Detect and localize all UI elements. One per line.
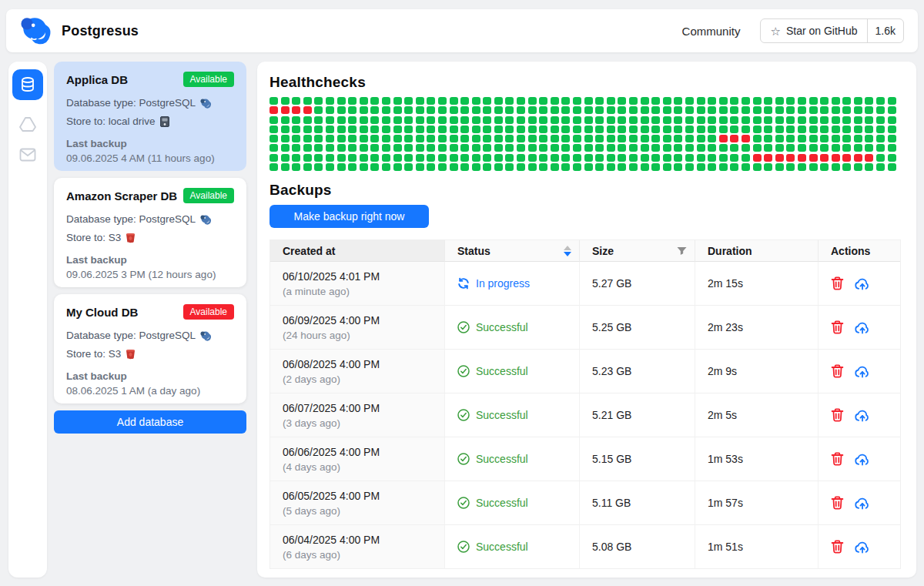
main-panel: Healthchecks Backups Make backup right n… <box>257 62 916 578</box>
healthcheck-cell-ok <box>281 154 290 162</box>
github-star-count[interactable]: 1.6k <box>867 19 903 42</box>
make-backup-button[interactable]: Make backup right now <box>270 205 429 228</box>
healthcheck-cell-ok <box>865 116 873 124</box>
restore-backup-button[interactable] <box>855 541 870 554</box>
healthcheck-cell-ok <box>730 116 738 124</box>
delete-backup-button[interactable] <box>831 540 844 554</box>
healthcheck-cell-ok <box>651 144 660 152</box>
delete-backup-button[interactable] <box>831 452 844 466</box>
healthcheck-cell-ok <box>326 106 334 114</box>
backup-size: 5.11 GB <box>592 497 631 509</box>
database-card[interactable]: My Cloud DBAvailableDatabase type: Postg… <box>54 294 246 404</box>
add-database-button[interactable]: Add database <box>54 410 246 434</box>
database-card[interactable]: Amazon Scraper DBAvailableDatabase type:… <box>54 178 246 287</box>
restore-backup-button[interactable] <box>855 497 870 510</box>
community-link[interactable]: Community <box>682 25 741 38</box>
healthcheck-cell-ok <box>348 144 357 152</box>
col-size[interactable]: Size <box>580 240 695 262</box>
restore-backup-button[interactable] <box>855 453 870 466</box>
healthcheck-cell-failed <box>854 154 862 162</box>
status-label: Successful <box>476 453 528 465</box>
restore-backup-button[interactable] <box>855 409 870 422</box>
col-duration[interactable]: Duration <box>695 240 819 262</box>
restore-backup-button[interactable] <box>855 277 870 290</box>
healthcheck-cell-failed <box>303 106 312 114</box>
database-icon <box>19 76 36 93</box>
healthcheck-cell-ok <box>314 116 323 124</box>
app-header: Postgresus Community ☆ Star on GitHub 1.… <box>6 9 918 52</box>
healthcheck-cell-ok <box>393 154 402 162</box>
healthcheck-cell-ok <box>753 106 762 114</box>
healthcheck-cell-ok <box>539 163 547 171</box>
healthcheck-cell-ok <box>393 106 402 114</box>
delete-backup-button[interactable] <box>831 364 844 378</box>
healthcheck-cell-ok <box>281 126 290 133</box>
database-card-title: My Cloud DB <box>66 306 138 319</box>
healthcheck-cell-ok <box>539 106 547 114</box>
sort-icon[interactable] <box>564 246 571 256</box>
last-backup-value: 09.06.2025 4 AM (11 hours ago) <box>66 152 234 164</box>
healthcheck-cell-ok <box>292 97 300 105</box>
healthcheck-cell-ok <box>708 106 716 114</box>
healthcheck-cell-ok <box>505 163 514 171</box>
healthcheck-cell-ok <box>584 126 593 133</box>
healthcheck-cell-ok <box>494 106 503 114</box>
healthcheck-cell-ok <box>832 135 840 142</box>
healthcheck-cell-ok <box>427 154 435 162</box>
healthcheck-cell-ok <box>607 126 615 133</box>
col-created-at[interactable]: Created at <box>270 240 445 262</box>
duration-cell: 1m 53s <box>695 437 819 481</box>
healthcheck-cell-ok <box>370 116 379 124</box>
sidebar-item-notifications[interactable] <box>19 148 36 162</box>
delete-backup-button[interactable] <box>831 496 844 510</box>
delete-backup-button[interactable] <box>831 408 844 422</box>
healthcheck-cell-ok <box>674 116 682 124</box>
healthcheck-cell-ok <box>539 144 547 152</box>
sidebar-item-storage[interactable] <box>18 116 37 132</box>
healthcheck-cell-ok <box>663 106 671 114</box>
healthcheck-cell-ok <box>337 116 346 124</box>
healthcheck-cell-ok <box>450 163 458 171</box>
healthcheck-cell-ok <box>663 97 671 105</box>
restore-backup-button[interactable] <box>855 321 870 334</box>
healthcheck-cell-ok <box>472 154 480 162</box>
healthcheck-cell-ok <box>865 97 873 105</box>
healthcheck-cell-ok <box>786 106 795 114</box>
healthcheck-cell-ok <box>370 106 379 114</box>
check-circle-icon <box>457 365 470 377</box>
backup-ago: (a minute ago) <box>283 286 437 297</box>
restore-backup-button[interactable] <box>855 365 870 378</box>
healthcheck-cell-ok <box>798 116 806 124</box>
healthcheck-cell-failed <box>270 106 278 114</box>
healthcheck-cell-ok <box>360 163 368 171</box>
sidebar-item-databases[interactable] <box>12 69 43 100</box>
healthcheck-cell-failed <box>719 135 728 142</box>
healthcheck-cell-failed <box>820 154 829 162</box>
filter-icon[interactable] <box>677 246 687 256</box>
healthcheck-cell-ok <box>641 97 649 105</box>
healthcheck-cell-ok <box>494 154 503 162</box>
healthcheck-cell-ok <box>427 135 435 142</box>
healthcheck-cell-ok <box>685 106 694 114</box>
backup-duration: 2m 23s <box>708 321 743 333</box>
healthcheck-cell-ok <box>842 126 851 133</box>
healthcheck-cell-failed <box>798 154 806 162</box>
healthcheck-cell-ok <box>584 116 593 124</box>
database-card[interactable]: Applica DBAvailableDatabase type: Postgr… <box>54 62 246 171</box>
table-row: 06/04/2025 4:00 PM(6 days ago)Successful… <box>270 525 900 569</box>
store-to-label: Store to: S3 <box>66 229 121 247</box>
healthcheck-cell-ok <box>786 135 795 142</box>
healthcheck-cell-ok <box>292 144 300 152</box>
duration-cell: 1m 57s <box>695 481 819 524</box>
healthcheck-cell-failed <box>865 154 873 162</box>
star-on-github-button[interactable]: ☆ Star on GitHub 1.6k <box>760 18 904 43</box>
healthcheck-cell-ok <box>641 135 649 142</box>
delete-backup-button[interactable] <box>831 320 844 334</box>
healthcheck-cell-ok <box>708 144 716 152</box>
healthcheck-cell-ok <box>281 116 290 124</box>
col-status[interactable]: Status <box>445 240 580 262</box>
healthcheck-cell-ok <box>505 97 514 105</box>
healthcheck-cell-ok <box>416 163 424 171</box>
healthcheck-cell-ok <box>888 163 896 171</box>
delete-backup-button[interactable] <box>831 276 844 290</box>
